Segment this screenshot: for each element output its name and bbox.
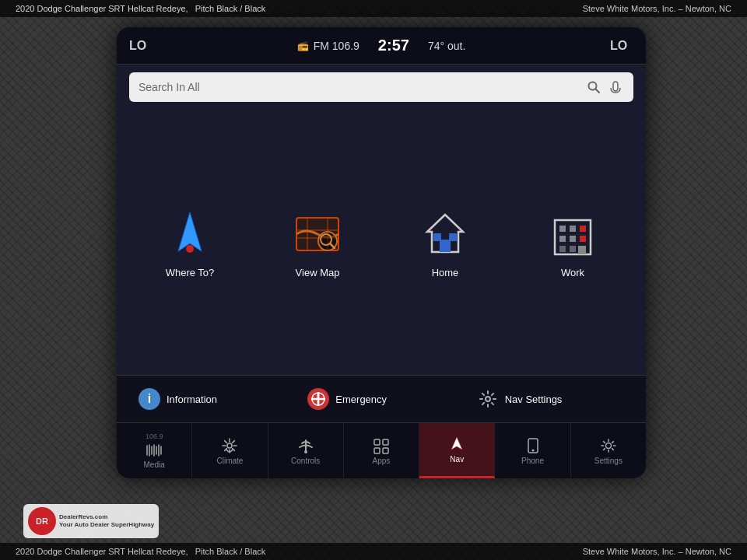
dock-item-climate[interactable]: Climate bbox=[192, 423, 268, 478]
dock: 106.9 Media Climate bbox=[117, 422, 646, 478]
view-map-icon bbox=[286, 206, 349, 261]
apps-label: Apps bbox=[373, 457, 391, 465]
nav-icons-grid: Where To? bbox=[117, 110, 646, 375]
controls-icon bbox=[296, 437, 316, 454]
separator: / bbox=[240, 4, 242, 13]
where-to-icon bbox=[159, 206, 221, 261]
controls-label: Controls bbox=[291, 457, 320, 465]
search-input[interactable]: Search In All bbox=[139, 81, 580, 93]
dock-item-settings[interactable]: Settings bbox=[571, 423, 646, 478]
svg-rect-15 bbox=[580, 226, 586, 232]
volume-right: LO bbox=[610, 39, 633, 53]
svg-line-1 bbox=[596, 89, 600, 93]
nav-label: Nav bbox=[450, 455, 464, 464]
work-icon bbox=[542, 206, 604, 261]
dock-item-controls[interactable]: Controls bbox=[268, 423, 344, 478]
apps-icon bbox=[372, 437, 391, 454]
action-bar: i Information Emergency bbox=[117, 375, 646, 422]
screen-content: LO 📻 FM 106.9 2:57 74° out. LO Search In… bbox=[117, 27, 646, 478]
nav-item-where-to[interactable]: Where To? bbox=[129, 117, 251, 367]
svg-point-25 bbox=[227, 443, 232, 448]
action-information[interactable]: i Information bbox=[129, 382, 295, 416]
media-icon bbox=[145, 443, 163, 458]
footer-car-name: 2020 Dodge Challenger SRT Hellcat Redeye… bbox=[16, 547, 188, 556]
svg-marker-31 bbox=[451, 437, 462, 450]
climate-label: Climate bbox=[216, 457, 243, 465]
settings-dock-icon bbox=[599, 437, 618, 454]
svg-rect-14 bbox=[570, 226, 576, 232]
footer-bar: 2020 Dodge Challenger SRT Hellcat Redeye… bbox=[0, 543, 747, 560]
watermark: DR DealerRevs.com Your Auto Dealer Super… bbox=[23, 504, 159, 538]
svg-point-34 bbox=[605, 443, 611, 448]
work-label: Work bbox=[561, 267, 584, 278]
watermark-site: DealerRevs.com bbox=[59, 513, 154, 521]
svg-rect-18 bbox=[580, 236, 586, 242]
watermark-tagline: Your Auto Dealer SuperHighway bbox=[59, 521, 154, 529]
watermark-text: DealerRevs.com Your Auto Dealer SuperHig… bbox=[59, 513, 154, 528]
svg-rect-28 bbox=[383, 439, 388, 445]
watermark-logo: DR bbox=[28, 507, 56, 535]
information-icon: i bbox=[139, 388, 160, 410]
svg-rect-11 bbox=[449, 233, 457, 241]
radio-icon: 📻 bbox=[297, 40, 309, 51]
svg-rect-21 bbox=[578, 246, 586, 254]
nav-settings-label: Nav Settings bbox=[505, 394, 563, 405]
svg-point-33 bbox=[531, 449, 534, 451]
search-icon-area bbox=[587, 80, 624, 94]
dealer-name: Steve White Motors, Inc. – Newton, NC bbox=[583, 4, 731, 13]
search-icon bbox=[587, 80, 601, 94]
car-name: 2020 Dodge Challenger SRT Hellcat Redeye… bbox=[16, 4, 188, 13]
color-exterior: Pitch Black bbox=[195, 4, 237, 13]
dock-item-apps[interactable]: Apps bbox=[344, 423, 419, 478]
title-bar: 2020 Dodge Challenger SRT Hellcat Redeye… bbox=[0, 0, 747, 17]
nav-item-view-map[interactable]: View Map bbox=[257, 117, 378, 367]
color-interior: Black bbox=[244, 4, 265, 13]
home-icon bbox=[414, 206, 476, 261]
car-title: 2020 Dodge Challenger SRT Hellcat Redeye… bbox=[16, 4, 265, 13]
footer-color-interior: Black bbox=[244, 547, 265, 556]
volume-left: LO bbox=[129, 39, 153, 53]
time-display: 2:57 bbox=[378, 37, 409, 54]
svg-point-3 bbox=[186, 245, 194, 253]
svg-rect-30 bbox=[383, 448, 388, 453]
svg-rect-20 bbox=[570, 246, 576, 252]
information-label: Information bbox=[167, 394, 217, 405]
svg-rect-9 bbox=[440, 240, 451, 252]
radio-info: 📻 FM 106.9 bbox=[297, 40, 359, 52]
climate-icon bbox=[220, 437, 239, 454]
radio-label: FM 106.9 bbox=[314, 40, 359, 52]
media-sub: 106.9 bbox=[146, 432, 163, 440]
voice-icon bbox=[607, 80, 624, 94]
dock-item-nav[interactable]: Nav bbox=[419, 423, 495, 478]
svg-rect-17 bbox=[570, 236, 576, 242]
nav-item-work[interactable]: Work bbox=[512, 117, 633, 367]
status-center: 📻 FM 106.9 2:57 74° out. bbox=[297, 37, 466, 54]
status-bar: LO 📻 FM 106.9 2:57 74° out. LO bbox=[117, 27, 646, 65]
phone-icon bbox=[525, 437, 541, 454]
dock-item-phone[interactable]: Phone bbox=[495, 423, 570, 478]
nav-settings-icon bbox=[477, 388, 499, 410]
search-bar[interactable]: Search In All bbox=[129, 72, 633, 102]
svg-rect-19 bbox=[559, 246, 566, 252]
infotainment-screen: LO 📻 FM 106.9 2:57 74° out. LO Search In… bbox=[117, 27, 646, 478]
emergency-label: Emergency bbox=[335, 394, 387, 405]
svg-point-26 bbox=[304, 450, 307, 453]
home-label: Home bbox=[432, 267, 459, 278]
svg-rect-27 bbox=[374, 439, 380, 445]
action-emergency[interactable]: Emergency bbox=[298, 382, 464, 416]
phone-label: Phone bbox=[521, 457, 544, 465]
dock-item-media[interactable]: 106.9 Media bbox=[117, 423, 192, 478]
nav-dock-icon bbox=[447, 436, 466, 453]
svg-rect-13 bbox=[559, 226, 566, 232]
footer-dealer-name: Steve White Motors, Inc. – Newton, NC bbox=[583, 547, 731, 556]
svg-rect-29 bbox=[374, 448, 380, 453]
nav-item-home[interactable]: Home bbox=[384, 117, 506, 367]
action-nav-settings[interactable]: Nav Settings bbox=[468, 382, 633, 416]
view-map-label: View Map bbox=[296, 267, 340, 278]
settings-label: Settings bbox=[594, 457, 622, 465]
emergency-icon bbox=[307, 388, 329, 410]
where-to-label: Where To? bbox=[166, 267, 215, 278]
temp-display: 74° out. bbox=[428, 40, 465, 52]
footer-car-title: 2020 Dodge Challenger SRT Hellcat Redeye… bbox=[16, 547, 265, 556]
watermark-inner: DR DealerRevs.com Your Auto Dealer Super… bbox=[23, 504, 159, 538]
